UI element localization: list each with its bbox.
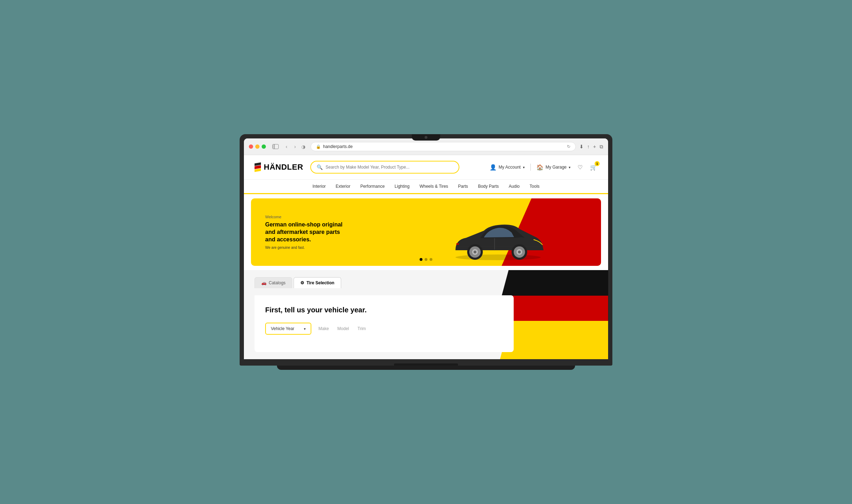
nav-item-audio[interactable]: Audio	[509, 182, 520, 190]
laptop-stand	[277, 366, 575, 370]
tab-catalogs[interactable]: 🚗 Catalogs	[255, 277, 292, 288]
garage-chevron-icon: ▾	[569, 165, 570, 169]
nav-item-performance[interactable]: Performance	[360, 182, 385, 190]
nav-item-parts[interactable]: Parts	[458, 182, 468, 190]
tab-tire-selection-label: Tire Selection	[306, 280, 334, 285]
vehicle-year-label: Vehicle Year	[271, 326, 294, 331]
lock-icon: 🔒	[316, 144, 321, 149]
tabs-row: 🚗 Catalogs ⚙ Tire Selection	[255, 277, 597, 288]
nav-item-tools[interactable]: Tools	[530, 182, 540, 190]
person-icon: 👤	[490, 164, 497, 171]
content-card: First, tell us your vehicle year. Vehicl…	[255, 295, 514, 352]
share-icon[interactable]: ↑	[587, 144, 590, 150]
nav-item-interior[interactable]: Interior	[312, 182, 326, 190]
garage-icon: 🏠	[536, 164, 544, 171]
browser-actions: ⬇ ↑ + ⧉	[579, 144, 603, 150]
hero-welcome: Welcome	[265, 215, 350, 219]
hero-dot-3[interactable]	[430, 258, 432, 261]
make-selector[interactable]: Make	[317, 323, 330, 334]
vehicle-selectors: Vehicle Year ▾ Make Model Trim	[265, 323, 503, 335]
tab-tire-selection[interactable]: ⚙ Tire Selection	[294, 277, 341, 288]
hero-dot-2[interactable]	[425, 258, 427, 261]
section-content: 🚗 Catalogs ⚙ Tire Selection First, tell …	[244, 270, 608, 359]
back-button[interactable]: ‹	[284, 144, 289, 149]
laptop-top: ‹ › ◑ 🔒 handlerparts.de ↻ ⬇ ↑ + ⧉	[240, 134, 612, 359]
tabs-icon[interactable]: ⧉	[600, 144, 603, 150]
laptop-frame: ‹ › ◑ 🔒 handlerparts.de ↻ ⬇ ↑ + ⧉	[240, 134, 612, 370]
close-button[interactable]	[249, 144, 253, 149]
flag-yellow	[255, 168, 261, 172]
forward-button[interactable]: ›	[292, 144, 298, 149]
search-input[interactable]	[326, 165, 453, 170]
nav-item-body-parts[interactable]: Body Parts	[478, 182, 499, 190]
header-divider	[530, 164, 531, 171]
browser-nav-buttons: ‹ ›	[284, 144, 298, 149]
vehicle-year-arrow-icon: ▾	[304, 327, 306, 331]
car-tab-icon: 🚗	[261, 280, 267, 285]
tire-tab-icon: ⚙	[300, 280, 304, 285]
garage-label: My Garage	[546, 165, 567, 170]
hero-dots	[420, 258, 432, 261]
account-label: My Account	[499, 165, 521, 170]
hero-banner: Welcome German online-shop original and …	[251, 198, 601, 266]
sidebar-toggle-icon[interactable]	[272, 144, 279, 149]
website-content: HÄNDLER 🔍 👤 My Account ▾	[244, 155, 608, 359]
garage-button[interactable]: 🏠 My Garage ▾	[536, 164, 570, 171]
browser-window: ‹ › ◑ 🔒 handlerparts.de ↻ ⬇ ↑ + ⧉	[244, 138, 608, 359]
new-tab-icon[interactable]: +	[593, 144, 596, 150]
svg-point-4	[474, 251, 476, 253]
laptop-camera	[425, 136, 427, 139]
site-header: HÄNDLER 🔍 👤 My Account ▾	[244, 155, 608, 180]
laptop-bottom	[240, 359, 612, 366]
hero-content: Welcome German online-shop original and …	[251, 204, 365, 260]
hero-car-image	[448, 211, 548, 266]
search-icon: 🔍	[317, 164, 323, 170]
hero-title: German online-shop original and aftermar…	[265, 221, 350, 243]
heart-icon: ♡	[578, 164, 583, 171]
site-nav: Interior Exterior Performance Lighting W…	[244, 180, 608, 194]
hero-subtitle: We are genuine and fast.	[265, 246, 350, 250]
tab-catalogs-label: Catalogs	[269, 280, 285, 285]
search-bar[interactable]: 🔍	[310, 161, 459, 174]
wishlist-button[interactable]: ♡	[576, 163, 584, 171]
reload-icon[interactable]: ↻	[567, 144, 570, 149]
model-selector[interactable]: Model	[336, 323, 350, 334]
card-title: First, tell us your vehicle year.	[265, 306, 503, 314]
section-below: 🚗 Catalogs ⚙ Tire Selection First, tell …	[244, 270, 608, 359]
address-bar[interactable]: 🔒 handlerparts.de ↻	[311, 142, 576, 151]
download-icon[interactable]: ⬇	[579, 144, 584, 150]
nav-item-lighting[interactable]: Lighting	[395, 182, 410, 190]
trim-selector[interactable]: Trim	[356, 323, 367, 334]
car-svg	[448, 211, 548, 264]
shield-icon: ◑	[301, 144, 307, 149]
header-actions: 👤 My Account ▾ 🏠 My Garage ▾ ♡	[490, 163, 597, 171]
maximize-button[interactable]	[262, 144, 266, 149]
svg-point-8	[518, 251, 521, 253]
browser-chrome: ‹ › ◑ 🔒 handlerparts.de ↻ ⬇ ↑ + ⧉	[244, 138, 608, 155]
logo[interactable]: HÄNDLER	[255, 163, 303, 172]
logo-text: HÄNDLER	[264, 163, 303, 172]
nav-item-exterior[interactable]: Exterior	[336, 182, 350, 190]
window-controls	[249, 144, 266, 149]
url-display: handlerparts.de	[323, 144, 353, 149]
cart-button[interactable]: 🛒 1	[590, 163, 597, 171]
minimize-button[interactable]	[255, 144, 260, 149]
flag-icon	[255, 162, 261, 172]
hero-dot-1[interactable]	[420, 258, 422, 261]
account-chevron-icon: ▾	[523, 165, 525, 169]
cart-badge: 1	[595, 161, 600, 166]
svg-rect-9	[456, 243, 459, 245]
vehicle-year-select[interactable]: Vehicle Year ▾	[265, 323, 311, 335]
nav-item-wheels[interactable]: Wheels & Tires	[420, 182, 448, 190]
account-button[interactable]: 👤 My Account ▾	[490, 164, 525, 171]
